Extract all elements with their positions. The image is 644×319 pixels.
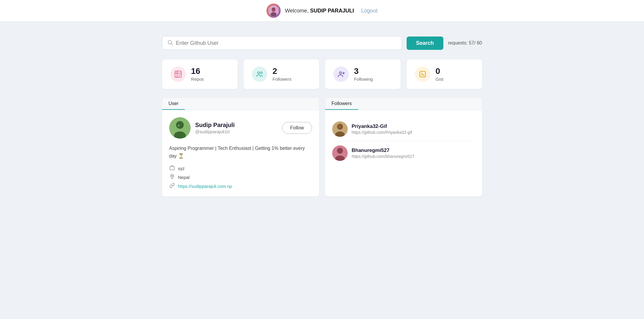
repos-icon-bg [170, 66, 186, 82]
list-item: Priyanka32-Gif https://github.com/Priyan… [332, 117, 475, 141]
stat-card-followers: 2 Followers [244, 59, 319, 89]
search-row: Search requests: 57/ 60 [162, 36, 482, 50]
welcome-text: Welcome, SUDIP PARAJULI [285, 8, 354, 14]
followers-panel-body: Priyanka32-Gif https://github.com/Priyan… [325, 110, 482, 172]
svg-point-11 [260, 72, 262, 74]
follower-avatar-2 [332, 145, 348, 161]
website-link[interactable]: https://sudipparajuli.com.np [178, 184, 232, 189]
avatar [266, 4, 281, 18]
following-label: Following [354, 77, 373, 82]
user-avatar-image [169, 117, 191, 139]
svg-rect-6 [175, 71, 181, 77]
search-input[interactable] [176, 40, 397, 46]
company-icon [169, 165, 175, 172]
bottom-row: User Sudip Para [162, 98, 482, 196]
followers-stat-text: 2 Followers [273, 67, 292, 82]
follower-name-2: Bhanuregmi527 [352, 147, 415, 153]
repos-stat-text: 16 Repos [191, 67, 204, 82]
user-meta-website: https://sudipparajuli.com.np [169, 183, 312, 189]
user-handle: @sudipparajuli10 [195, 129, 235, 134]
svg-rect-21 [170, 166, 174, 170]
stats-row: 16 Repos 2 Followers [162, 59, 482, 89]
header: Welcome, SUDIP PARAJULI Logout [0, 0, 644, 21]
search-button[interactable]: Search [407, 36, 443, 50]
user-avatar [169, 117, 191, 139]
following-number: 3 [354, 67, 373, 75]
followers-label: Followers [273, 77, 292, 82]
svg-point-10 [258, 72, 260, 74]
svg-line-5 [171, 44, 172, 45]
follower-1-image [332, 121, 348, 137]
gist-icon [418, 70, 427, 78]
follower-url-1: https://github.com/Priyanka32-gif [352, 130, 412, 135]
user-bio: Aspiring Programmer | Tech Enthusiast | … [169, 145, 312, 160]
stat-card-following: 3 Following [325, 59, 401, 89]
svg-rect-3 [272, 9, 275, 12]
user-name: Sudip Parajuli [195, 122, 235, 128]
logout-button[interactable]: Logout [361, 8, 378, 14]
avatar-image [268, 5, 279, 16]
company-text: xyz [178, 166, 185, 171]
following-icon-bg [333, 66, 349, 82]
user-meta-company: xyz [169, 165, 312, 172]
following-icon [337, 70, 345, 78]
followers-icon [255, 70, 264, 78]
svg-point-12 [339, 72, 341, 74]
requests-label: requests: 57/ 60 [448, 40, 482, 46]
svg-point-31 [337, 148, 343, 154]
follower-name-1: Priyanka32-Gif [352, 123, 412, 129]
svg-point-18 [176, 121, 184, 129]
gist-stat-text: 0 Gist [436, 67, 444, 82]
search-input-wrap [162, 36, 402, 50]
gist-icon-bg [415, 66, 430, 82]
svg-point-20 [178, 125, 179, 126]
follower-info-2: Bhanuregmi527 https://github.com/bhanure… [352, 147, 415, 159]
location-icon [169, 174, 175, 180]
followers-panel-tabs: Followers [325, 98, 482, 110]
gist-label: Gist [436, 77, 444, 82]
followers-list: Priyanka32-Gif https://github.com/Priyan… [332, 117, 475, 165]
stat-card-repos: 16 Repos [162, 59, 238, 89]
user-panel-body: Sudip Parajuli @sudipparajuli10 Follow A… [162, 110, 319, 196]
gist-number: 0 [436, 67, 444, 75]
link-icon [169, 183, 175, 189]
user-header: Sudip Parajuli @sudipparajuli10 Follow [169, 117, 312, 139]
follower-url-2: https://github.com/bhanuregmi527 [352, 154, 415, 159]
followers-icon-bg [252, 66, 267, 82]
followers-panel: Followers [325, 98, 482, 196]
repos-label: Repos [191, 77, 204, 82]
user-name-block: Sudip Parajuli @sudipparajuli10 [195, 122, 235, 134]
list-item: Bhanuregmi527 https://github.com/bhanure… [332, 141, 475, 165]
repos-icon [174, 70, 182, 78]
username-text: SUDIP PARAJULI [310, 8, 354, 14]
svg-rect-29 [338, 126, 341, 128]
tab-user[interactable]: User [162, 98, 185, 110]
search-icon [167, 39, 173, 47]
followers-number: 2 [273, 67, 292, 75]
tab-followers[interactable]: Followers [325, 98, 358, 110]
location-text: Nepal [178, 175, 190, 180]
stat-card-gist: 0 Gist [407, 59, 482, 89]
svg-point-25 [172, 175, 173, 177]
follower-avatar-1 [332, 121, 348, 137]
follower-info-1: Priyanka32-Gif https://github.com/Priyan… [352, 123, 412, 135]
repos-number: 16 [191, 67, 204, 75]
svg-rect-9 [178, 74, 180, 76]
follow-button[interactable]: Follow [282, 122, 312, 134]
follower-2-image [332, 145, 348, 161]
user-info: Sudip Parajuli @sudipparajuli10 [169, 117, 235, 139]
user-panel: User Sudip Para [162, 98, 319, 196]
user-panel-tabs: User [162, 98, 319, 110]
following-stat-text: 3 Following [354, 67, 373, 82]
user-meta: xyz Nepal [169, 165, 312, 189]
main-content: Search requests: 57/ 60 16 Repos [115, 21, 530, 208]
user-meta-location: Nepal [169, 174, 312, 180]
